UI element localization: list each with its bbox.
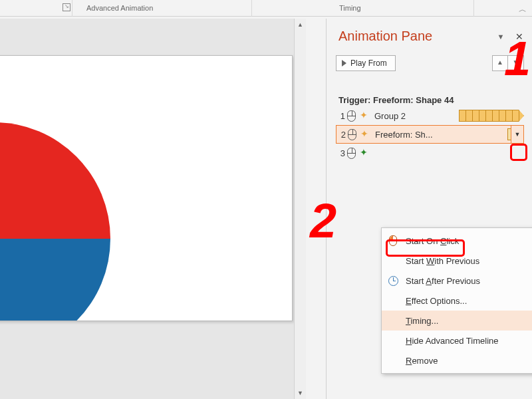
scroll-down-icon[interactable]: ▼ xyxy=(295,387,306,399)
animation-name: Group 2 xyxy=(374,111,406,121)
animation-item[interactable]: 1 ✦ Group 2 xyxy=(336,106,524,125)
animation-number: 1 xyxy=(336,111,345,121)
vertical-scrollbar[interactable]: ▲ ▼ xyxy=(294,19,306,399)
play-from-button[interactable]: Play From xyxy=(336,55,396,71)
ribbon-strip: ↘ Advanced Animation Timing ︿ xyxy=(0,0,532,17)
menu-start-with-previous[interactable]: Start With Previous xyxy=(382,251,532,271)
pane-title: Animation Pane xyxy=(338,29,496,44)
animation-item-selected[interactable]: 2 ✦ Freeform: Sh... ▼ xyxy=(336,125,524,144)
ribbon-group-advanced-animation: Advanced Animation xyxy=(86,4,153,12)
animation-number: 3 xyxy=(336,148,345,158)
annotation-number-2: 2 xyxy=(310,197,336,245)
menu-start-after-previous[interactable]: Start After Previous xyxy=(382,271,532,291)
animation-list: 1 ✦ Group 2 2 ✦ Freeform: Sh... ▼ 3 ✦ St xyxy=(336,106,524,162)
play-from-label: Play From xyxy=(350,59,387,68)
slide-canvas-area: ▲ ▼ xyxy=(0,19,306,399)
spin-effect-icon: ✦ xyxy=(360,110,370,121)
play-icon xyxy=(342,60,346,66)
trigger-label: Trigger: Freeform: Shape 44 xyxy=(338,95,454,105)
dialog-launcher-icon[interactable]: ↘ xyxy=(63,3,70,11)
mouse-click-icon xyxy=(348,129,356,140)
animation-number: 2 xyxy=(336,130,346,140)
annotation-number-1: 1 xyxy=(504,35,531,82)
mouse-click-icon xyxy=(347,148,356,159)
ribbon-group-timing: Timing xyxy=(339,4,361,12)
context-menu: Start On Click Start With Previous Start… xyxy=(381,227,532,374)
menu-start-on-click[interactable]: Start On Click xyxy=(382,231,532,251)
animation-item-dropdown-icon[interactable]: ▼ xyxy=(511,125,524,144)
menu-effect-options[interactable]: Effect Options... xyxy=(382,291,532,311)
animation-pane: Animation Pane ▼ ✕ Play From ▲ ▼ Trigger… xyxy=(326,19,532,399)
ribbon-separator xyxy=(251,0,252,17)
timeline-bar[interactable] xyxy=(459,110,524,122)
menu-hide-advanced-timeline[interactable]: Hide Advanced Timeline xyxy=(382,331,532,350)
clock-icon xyxy=(387,275,399,287)
spin-effect-icon: ✦ xyxy=(360,129,371,140)
pie-chart-shape[interactable] xyxy=(0,122,110,321)
ribbon-separator xyxy=(72,0,72,17)
menu-remove[interactable]: Remove xyxy=(382,350,532,370)
pane-header: Animation Pane ▼ ✕ xyxy=(338,29,524,44)
ribbon-separator xyxy=(473,0,474,17)
animation-name: Freeform: Sh... xyxy=(375,130,433,140)
play-row: Play From ▲ ▼ xyxy=(336,55,524,71)
mouse-icon xyxy=(387,235,399,247)
animation-item[interactable]: 3 ✦ xyxy=(336,144,524,162)
entrance-effect-icon: ✦ xyxy=(360,148,370,158)
collapse-ribbon-icon[interactable]: ︿ xyxy=(519,4,527,15)
scroll-up-icon[interactable]: ▲ xyxy=(295,19,306,31)
mouse-click-icon xyxy=(347,110,356,122)
menu-timing[interactable]: Timing... xyxy=(382,311,532,331)
slide[interactable] xyxy=(0,55,293,321)
